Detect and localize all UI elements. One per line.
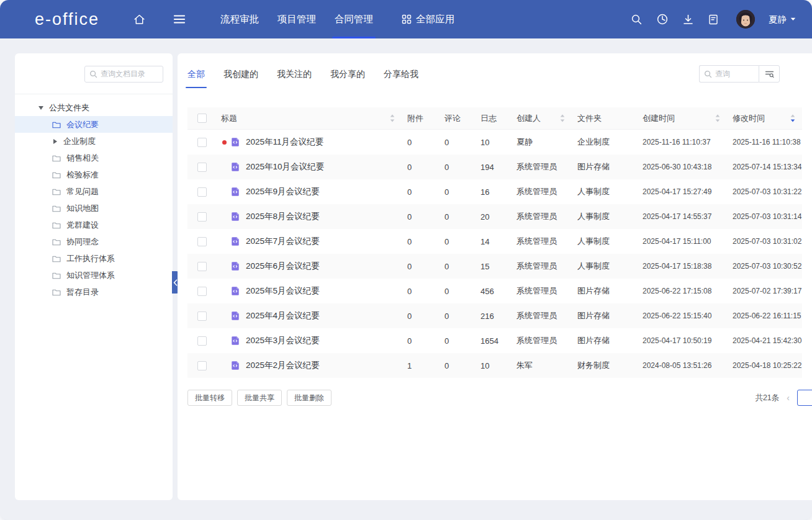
tree-item-知识地图[interactable]: 知识地图 [15,200,173,217]
nav-item-流程审批[interactable]: 流程审批 [220,0,259,38]
content-panel: 全部我创建的我关注的我分享的分享给我 查询 标题附件评论日志创建 [178,53,812,500]
tree-item-暂存目录[interactable]: 暂存目录 [15,284,173,300]
doc-title[interactable]: 2025年11月会议纪要 [246,137,323,148]
row-checkbox[interactable] [197,287,207,296]
tree-item-企业制度[interactable]: 企业制度 [15,133,173,150]
row-checkbox[interactable] [197,138,207,147]
doc-title[interactable]: 2025年6月会议纪要 [246,261,320,272]
search-icon [89,70,97,78]
home-icon[interactable] [133,13,146,26]
batch-button-批量共享[interactable]: 批量共享 [237,390,282,406]
row-checkbox[interactable] [197,237,207,246]
row-checkbox-cell [187,361,216,370]
sidebar: 查询文档目录 公共文件夹 会议纪要企业制度销售相关检验标准常见问题知识地图党群建… [15,53,173,500]
folder-cell: 人事制度 [572,236,638,247]
prev-page-icon[interactable]: ‹ [787,393,790,402]
tree-item-党群建设[interactable]: 党群建设 [15,217,173,233]
folder-cell: 财务制度 [572,360,638,371]
menu-icon[interactable] [173,14,186,24]
tree-item-常见问题[interactable]: 常见问题 [15,183,173,200]
table-row: 2025年6月会议纪要0015系统管理员人事制度2025-04-17 15:18… [187,254,802,279]
comments-cell: 0 [440,287,476,296]
unread-dot-placeholder [222,264,227,269]
primary-nav: 流程审批项目管理合同管理全部应用 [220,0,473,38]
modified-time-cell: 2025-07-03 10:31:22 [728,187,803,196]
doc-title[interactable]: 2025年7月会议纪要 [246,236,320,247]
tab-全部[interactable]: 全部 [187,53,205,88]
unread-dot-placeholder [222,190,227,194]
folder-icon [52,272,61,279]
batch-button-批量删除[interactable]: 批量删除 [287,390,332,406]
tree-item-会议纪要[interactable]: 会议纪要 [15,116,173,133]
user-menu[interactable]: 夏静 [769,14,796,25]
tree-item-检验标准[interactable]: 检验标准 [15,166,173,183]
tab-我创建的[interactable]: 我创建的 [223,53,258,88]
row-checkbox[interactable] [197,163,207,172]
column-label: 标题 [221,113,237,124]
doc-title[interactable]: 2025年3月会议纪要 [246,335,320,346]
column-header-附件: 附件 [402,113,440,124]
title-cell: 2025年7月会议纪要 [216,236,402,247]
tree-item-工作执行体系[interactable]: 工作执行体系 [15,250,173,267]
row-checkbox[interactable] [197,361,207,370]
tree-item-知识管理体系[interactable]: 知识管理体系 [15,267,173,284]
sort-icon[interactable] [560,114,565,122]
avatar[interactable] [736,10,755,29]
nav-item-项目管理[interactable]: 项目管理 [277,0,316,38]
column-label: 创建时间 [643,113,675,124]
doc-title[interactable]: 2025年10月会议纪要 [246,161,324,173]
tree-item-销售相关[interactable]: 销售相关 [15,150,173,166]
tab-我分享的[interactable]: 我分享的 [330,53,365,88]
tab-分享给我[interactable]: 分享给我 [384,53,418,88]
comments-cell: 0 [440,212,476,222]
row-checkbox-cell [187,312,216,321]
unread-dot-placeholder [222,215,227,219]
nav-item-合同管理[interactable]: 合同管理 [335,0,373,38]
column-header-修改时间[interactable]: 修改时间 [728,113,803,124]
tree-item-协同理念[interactable]: 协同理念 [15,233,173,250]
row-checkbox[interactable] [197,336,207,346]
sort-icon[interactable] [390,114,395,122]
doc-title[interactable]: 2025年4月会议纪要 [246,310,320,321]
sort-icon[interactable] [715,114,720,122]
doc-title[interactable]: 2025年5月会议纪要 [246,285,320,297]
time-icon[interactable] [656,13,669,25]
download-icon[interactable] [682,14,694,25]
creator-cell: 系统管理员 [512,261,572,272]
row-checkbox[interactable] [197,312,207,321]
row-checkbox[interactable] [197,187,207,197]
unread-dot-placeholder [222,364,227,368]
logs-cell: 456 [476,287,512,296]
batch-button-批量转移[interactable]: 批量转移 [187,390,232,406]
title-cell: 2025年8月会议纪要 [216,211,402,222]
sort-icon[interactable] [790,114,795,122]
comments-cell: 0 [440,336,476,346]
doc-title[interactable]: 2025年8月会议纪要 [246,211,320,222]
unread-dot-placeholder [222,165,227,169]
navbar-right: 夏静 [631,10,796,29]
column-header-创建人[interactable]: 创建人 [512,113,572,124]
search-icon[interactable] [631,14,643,25]
advanced-search-button[interactable] [759,65,780,83]
nav-item-全部应用[interactable]: 全部应用 [402,0,454,38]
row-checkbox[interactable] [197,262,207,271]
tab-我关注的[interactable]: 我关注的 [277,53,312,88]
column-header-创建时间[interactable]: 创建时间 [638,113,728,124]
row-checkbox[interactable] [197,212,207,222]
nav-item-label: 项目管理 [277,13,316,26]
logs-cell: 15 [476,262,512,271]
column-header-标题[interactable]: 标题 [216,113,402,124]
table-footer: 批量转移批量共享批量删除 共21条 ‹ [187,390,802,406]
doc-title[interactable]: 2025年9月会议纪要 [246,186,320,197]
app-logo[interactable]: e-office [35,10,99,29]
sidebar-search-input[interactable]: 查询文档目录 [84,66,163,83]
folder-cell: 图片存储 [572,161,638,173]
notes-icon[interactable] [708,14,719,25]
page-button[interactable] [797,390,812,406]
tree-root-public-folders[interactable]: 公共文件夹 [15,99,173,116]
select-all-checkbox[interactable] [197,114,207,123]
search-icon [704,70,712,78]
list-search-input[interactable]: 查询 [699,65,759,83]
doc-title[interactable]: 2025年2月会议纪要 [246,360,320,371]
column-label: 附件 [407,113,423,124]
